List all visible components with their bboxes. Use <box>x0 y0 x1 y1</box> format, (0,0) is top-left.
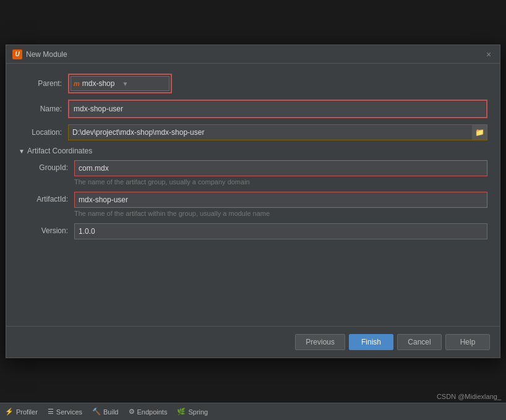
maven-icon: m <box>74 80 80 87</box>
finish-button[interactable]: Finish <box>349 334 393 350</box>
dialog-content: Parent: m mdx-shop ▼ Name: Location <box>6 64 500 252</box>
artifact-section-title: Artifact Coordinates <box>27 147 92 155</box>
version-label: Version: <box>19 223 74 235</box>
groupid-hint: The name of the artifact group, usually … <box>74 178 487 186</box>
groupid-field-wrapper: The name of the artifact group, usually … <box>74 160 487 189</box>
endpoints-icon: ⚙ <box>129 408 135 416</box>
spring-icon: 🌿 <box>177 408 186 416</box>
dialog-overlay: U New Module × Parent: m mdx-shop ▼ <box>0 0 506 403</box>
version-field-wrapper <box>74 223 487 239</box>
location-browse-button[interactable]: 📁 <box>472 125 487 140</box>
artifactid-label: ArtifactId: <box>19 192 74 204</box>
version-input[interactable] <box>74 223 487 239</box>
dialog-title: New Module <box>26 50 67 59</box>
parent-value: mdx-shop <box>82 79 115 88</box>
bottombar-endpoints[interactable]: ⚙ Endpoints <box>129 408 168 416</box>
parent-row: Parent: m mdx-shop ▼ <box>19 74 487 93</box>
groupid-input[interactable] <box>74 160 487 176</box>
bottombar-spring[interactable]: 🌿 Spring <box>177 408 208 416</box>
bottombar-services[interactable]: ☰ Services <box>48 408 82 416</box>
artifactid-hint: The name of the artifact within the grou… <box>74 210 487 217</box>
services-icon: ☰ <box>48 408 54 416</box>
cancel-button[interactable]: Cancel <box>397 334 442 350</box>
previous-button[interactable]: Previous <box>295 334 345 350</box>
name-row: Name: <box>19 100 487 118</box>
name-input[interactable] <box>70 101 486 116</box>
location-row: Location: 📁 <box>19 124 487 140</box>
location-label: Location: <box>19 128 68 137</box>
build-icon: 🔨 <box>92 408 101 416</box>
parent-dropdown-wrapper: m mdx-shop ▼ <box>68 74 172 93</box>
dropdown-arrow-icon: ▼ <box>122 80 128 87</box>
location-wrapper: 📁 <box>68 124 487 140</box>
bottom-bar: ⚡ Profiler ☰ Services 🔨 Build ⚙ Endpoint… <box>0 403 506 420</box>
groupid-label: GroupId: <box>19 160 74 172</box>
groupid-row: GroupId: The name of the artifact group,… <box>19 160 487 189</box>
parent-label: Parent: <box>19 79 68 88</box>
artifactid-row: ArtifactId: The name of the artifact wit… <box>19 192 487 221</box>
artifactid-field-wrapper: The name of the artifact within the grou… <box>74 192 487 221</box>
name-label: Name: <box>19 105 68 113</box>
collapse-arrow-icon: ▼ <box>19 148 25 155</box>
artifactid-input[interactable] <box>74 192 487 208</box>
dialog-titlebar: U New Module × <box>6 45 500 64</box>
artifact-section: ▼ Artifact Coordinates GroupId: The name… <box>19 147 487 239</box>
bottombar-profiler[interactable]: ⚡ Profiler <box>5 408 38 416</box>
artifact-header[interactable]: ▼ Artifact Coordinates <box>19 147 487 155</box>
version-row: Version: <box>19 223 487 239</box>
watermark: CSDN @Midiexlang_ <box>437 393 501 400</box>
parent-dropdown[interactable]: m mdx-shop ▼ <box>71 76 169 91</box>
title-left: U New Module <box>12 49 67 59</box>
location-input[interactable] <box>69 125 472 140</box>
dialog-footer: Previous Finish Cancel Help <box>6 326 500 358</box>
profiler-icon: ⚡ <box>5 408 14 416</box>
bottombar-build[interactable]: 🔨 Build <box>92 408 118 416</box>
close-button[interactable]: × <box>484 49 494 59</box>
help-button[interactable]: Help <box>445 334 490 350</box>
intellij-icon: U <box>12 49 22 59</box>
new-module-dialog: U New Module × Parent: m mdx-shop ▼ <box>6 45 500 358</box>
name-field-wrapper <box>68 100 487 118</box>
